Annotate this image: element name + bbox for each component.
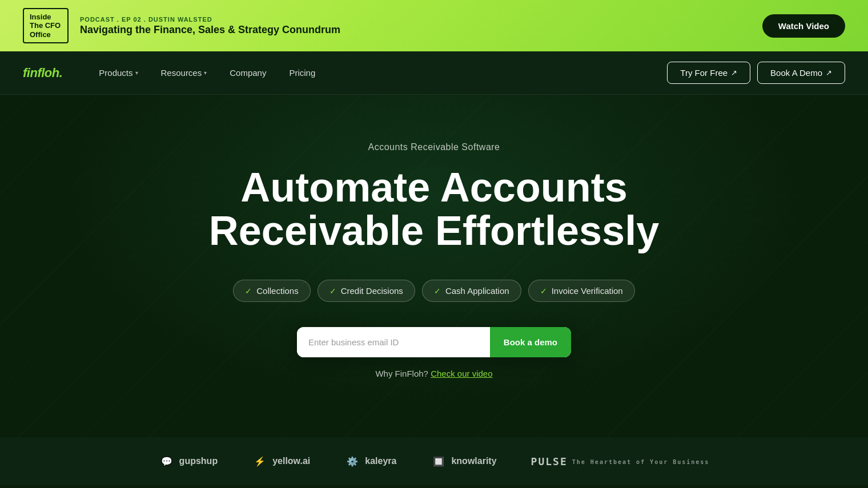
- checkmark-icon: ✓: [434, 287, 441, 296]
- checkmark-icon: ✓: [329, 287, 336, 296]
- logo-gupshup: 💬 gupshup: [159, 453, 218, 469]
- knowlarity-icon: 🔲: [431, 453, 447, 469]
- try-arrow-icon: ↗: [731, 68, 737, 77]
- logos-bar: 💬 gupshup ⚡ yellow.ai ⚙️ kaleyra 🔲 knowl…: [0, 437, 868, 485]
- logo-kaleyra: ⚙️ kaleyra: [344, 453, 396, 469]
- pill-collections[interactable]: ✓Collections: [233, 280, 310, 302]
- book-demo-button[interactable]: Book A Demo ↗: [757, 62, 845, 84]
- hero-section: Accounts Receivable Software Automate Ac…: [0, 95, 868, 437]
- pill-cash-application[interactable]: ✓Cash Application: [422, 280, 521, 302]
- book-demo-cta-button[interactable]: Book a demo: [490, 327, 571, 357]
- banner-title: Navigating the Finance, Sales & Strategy…: [80, 24, 340, 36]
- banner-left: Inside The CFO Office PODCAST . EP 02 . …: [23, 8, 340, 44]
- hero-subtitle: Accounts Receivable Software: [368, 142, 500, 152]
- nav-company[interactable]: Company: [220, 63, 275, 82]
- navbar: finfloh. Products ▾ Resources ▾ Company …: [0, 51, 868, 95]
- gupshup-icon: 💬: [159, 453, 175, 469]
- navbar-right: Try For Free ↗ Book A Demo ↗: [667, 62, 845, 84]
- email-input[interactable]: [297, 327, 490, 357]
- navbar-left: finfloh. Products ▾ Resources ▾ Company …: [23, 63, 324, 82]
- logo-knowlarity: 🔲 knowlarity: [431, 453, 496, 469]
- resources-chevron-icon: ▾: [204, 70, 207, 76]
- banner-text: PODCAST . EP 02 . DUSTIN WALSTED Navigat…: [80, 16, 340, 36]
- pill-credit-decisions[interactable]: ✓Credit Decisions: [318, 280, 415, 302]
- nav-links: Products ▾ Resources ▾ Company Pricing: [90, 63, 324, 82]
- logo-pulse: PULSE The Heartbeat of Your Business: [531, 455, 710, 467]
- kaleyra-icon: ⚙️: [344, 453, 360, 469]
- nav-pricing[interactable]: Pricing: [280, 63, 324, 82]
- try-for-free-button[interactable]: Try For Free ↗: [667, 62, 750, 84]
- products-chevron-icon: ▾: [135, 70, 138, 76]
- podcast-label: PODCAST . EP 02 . DUSTIN WALSTED: [80, 16, 340, 23]
- yellowai-icon: ⚡: [252, 453, 268, 469]
- watch-video-button[interactable]: Watch Video: [762, 14, 845, 38]
- banner-logo: Inside The CFO Office: [23, 8, 69, 44]
- nav-products[interactable]: Products ▾: [90, 63, 147, 82]
- why-text: Why FinFloh? Check our video: [375, 369, 492, 378]
- checkmark-icon: ✓: [245, 287, 252, 296]
- demo-arrow-icon: ↗: [826, 68, 832, 77]
- checkmark-icon: ✓: [540, 287, 547, 296]
- logo-yellowai: ⚡ yellow.ai: [252, 453, 310, 469]
- hero-title: Automate Accounts Receivable Effortlessl…: [209, 166, 659, 252]
- nav-resources[interactable]: Resources ▾: [152, 63, 216, 82]
- announcement-banner: Inside The CFO Office PODCAST . EP 02 . …: [0, 0, 868, 51]
- feature-pills: ✓Collections✓Credit Decisions✓Cash Appli…: [233, 280, 634, 302]
- pill-invoice-verification[interactable]: ✓Invoice Verification: [528, 280, 635, 302]
- why-link[interactable]: Check our video: [431, 369, 492, 378]
- logo[interactable]: finfloh.: [23, 66, 62, 80]
- email-form: Book a demo: [297, 327, 571, 357]
